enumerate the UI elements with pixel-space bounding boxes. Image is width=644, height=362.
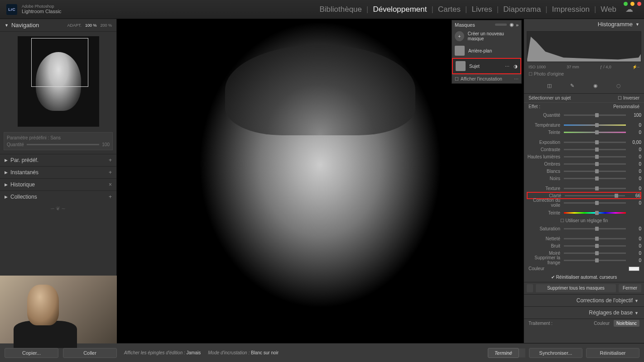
- histogram-chart[interactable]: [527, 31, 641, 62]
- slider-knob[interactable]: [595, 148, 599, 152]
- slider-knob[interactable]: [595, 237, 599, 241]
- slider-track[interactable]: [564, 212, 626, 214]
- snapshots-panel-header[interactable]: ▶Instantanés+: [0, 166, 116, 178]
- slider-knob[interactable]: [595, 211, 599, 215]
- slider-temp[interactable]: Température0: [527, 121, 641, 129]
- slider-track[interactable]: [564, 260, 626, 261]
- slider-whites[interactable]: Blancs0: [527, 167, 641, 175]
- reset-button[interactable]: Réinitialiser: [586, 348, 639, 358]
- slider-knob[interactable]: [595, 186, 599, 191]
- slider-amount[interactable]: Quantité100: [527, 111, 641, 119]
- lens-corrections-header[interactable]: Corrections de l'objectif▼: [524, 294, 644, 306]
- delete-all-masks-button[interactable]: Supprimer tous les masques: [536, 284, 616, 292]
- module-tab-impression[interactable]: Impression: [548, 5, 594, 14]
- heal-tool-icon[interactable]: ✎: [568, 81, 577, 90]
- slider-knob[interactable]: [595, 227, 599, 231]
- overlay-mode-dropdown[interactable]: Blanc sur noir: [251, 350, 279, 355]
- slider-track[interactable]: [564, 245, 626, 247]
- slider-track[interactable]: [564, 171, 626, 172]
- slider-knob[interactable]: [595, 176, 599, 181]
- copy-settings-button[interactable]: Copier...: [5, 348, 58, 358]
- sync-button[interactable]: Synchroniser...: [529, 348, 582, 358]
- slider-knob[interactable]: [595, 130, 599, 134]
- slider-track[interactable]: [564, 142, 626, 143]
- slider-hue[interactable]: Teinte: [527, 209, 641, 216]
- zoom-100[interactable]: 100 %: [85, 23, 97, 28]
- zoom-200[interactable]: 200 %: [100, 23, 112, 28]
- treatment-color[interactable]: Couleur: [591, 320, 612, 327]
- invert-mask-toggle[interactable]: ☐ Inverser: [618, 95, 639, 100]
- edit-pins-dropdown[interactable]: Jamais: [187, 350, 201, 355]
- slider-defringe[interactable]: Supprimer la frange0: [527, 257, 641, 264]
- module-tab-cartes[interactable]: Cartes: [433, 5, 465, 14]
- slider-track[interactable]: [564, 202, 626, 204]
- presets-panel-header[interactable]: ▶Par. prédéf.+: [0, 154, 116, 166]
- mask-visibility-icon[interactable]: ◑: [514, 64, 518, 69]
- slider-track[interactable]: [564, 114, 626, 116]
- slider-texture[interactable]: Texture0: [527, 185, 641, 192]
- slider-track[interactable]: [564, 178, 626, 179]
- crop-tool-icon[interactable]: ◫: [545, 81, 553, 90]
- slider-track[interactable]: [564, 238, 626, 239]
- navigation-panel-header[interactable]: ▼ Navigation ADAPT. 100 % 200 %: [0, 19, 116, 32]
- slider-dehaze[interactable]: Correction du voile0: [527, 199, 641, 206]
- paste-settings-button[interactable]: Coller: [63, 348, 117, 358]
- original-photo-toggle[interactable]: ☐ Photo d'origine: [524, 70, 644, 78]
- cloud-sync-icon[interactable]: ☁: [621, 5, 638, 14]
- slider-track[interactable]: [564, 228, 626, 229]
- module-tab-diaporama[interactable]: Diaporama: [499, 5, 545, 14]
- slider-knob[interactable]: [595, 258, 599, 262]
- mask-options-icon[interactable]: ⋯: [505, 64, 510, 69]
- create-mask-button[interactable]: + Créer un nouveau masque: [452, 29, 521, 43]
- slider-knob[interactable]: [595, 244, 599, 248]
- mask-panel-expand-icon[interactable]: »: [516, 22, 519, 28]
- slider-track[interactable]: [564, 252, 626, 254]
- mask-overlay-options-icon[interactable]: ⋯: [514, 76, 519, 81]
- slider-highlights[interactable]: Hautes lumières0: [527, 153, 641, 160]
- module-tab-livres[interactable]: Livres: [467, 5, 496, 14]
- slider-track[interactable]: [564, 188, 626, 189]
- slider-track[interactable]: [564, 156, 626, 157]
- slider-noise[interactable]: Bruit0: [527, 242, 641, 249]
- slider-track[interactable]: [564, 163, 626, 165]
- slider-saturation[interactable]: Saturation0: [527, 225, 641, 232]
- histogram-panel-header[interactable]: Histogramme▼: [524, 19, 644, 29]
- history-panel-header[interactable]: ▶Historique×: [0, 178, 116, 191]
- color-swatch[interactable]: [629, 267, 639, 271]
- mask-overlay-toggle[interactable]: ☐ Afficher l'incrustation ⋯: [452, 74, 521, 83]
- slider-blacks[interactable]: Noirs0: [527, 175, 641, 182]
- slider-knob[interactable]: [595, 251, 599, 255]
- slider-knob[interactable]: [595, 162, 599, 166]
- navigator-thumbnail[interactable]: [18, 36, 99, 127]
- module-tab-bibliothèque[interactable]: Bibliothèque: [315, 5, 366, 14]
- collections-panel-header[interactable]: ▶Collections+: [0, 191, 116, 203]
- toggle-panel-icon[interactable]: [527, 284, 533, 292]
- slider-tint[interactable]: Teinte0: [527, 129, 641, 136]
- treatment-bw[interactable]: Noir/blanc: [614, 320, 639, 327]
- mask-item-background[interactable]: Arrière-plan: [452, 43, 521, 58]
- zoom-fit[interactable]: ADAPT.: [67, 23, 82, 28]
- slider-knob[interactable]: [615, 194, 618, 198]
- slider-sharpness[interactable]: Netteté0: [527, 235, 641, 242]
- slider-exposure[interactable]: Exposition0,00: [527, 138, 641, 146]
- slider-track[interactable]: [564, 149, 626, 150]
- slider-knob[interactable]: [595, 169, 599, 173]
- navigator-view-rect[interactable]: [31, 38, 88, 87]
- mask-panel-eye-icon[interactable]: ◉: [509, 22, 514, 28]
- slider-shadows[interactable]: Ombres0: [527, 160, 641, 167]
- slider-track[interactable]: [564, 124, 626, 126]
- slider-knob[interactable]: [595, 155, 599, 159]
- preset-amount-slider[interactable]: [27, 144, 100, 145]
- done-button[interactable]: Terminé: [488, 348, 519, 358]
- toggle-switch-icon[interactable]: [519, 348, 525, 357]
- mask-opacity-slider[interactable]: [495, 24, 507, 26]
- close-masks-button[interactable]: Fermer: [619, 284, 641, 292]
- slider-knob[interactable]: [595, 201, 599, 205]
- effect-preset-row[interactable]: Effet :Personnalisé: [524, 103, 644, 110]
- mask-item-subject[interactable]: Sujet ⋯ ◑: [452, 58, 521, 74]
- slider-track[interactable]: [564, 132, 626, 133]
- reset-sliders-button[interactable]: ✔ Réinitialiser automat. curseurs: [524, 272, 644, 282]
- slider-contrast[interactable]: Contraste0: [527, 146, 641, 153]
- slider-track[interactable]: [565, 195, 625, 196]
- masks-panel[interactable]: Masques ◉ » + Créer un nouveau masque Ar…: [452, 20, 522, 84]
